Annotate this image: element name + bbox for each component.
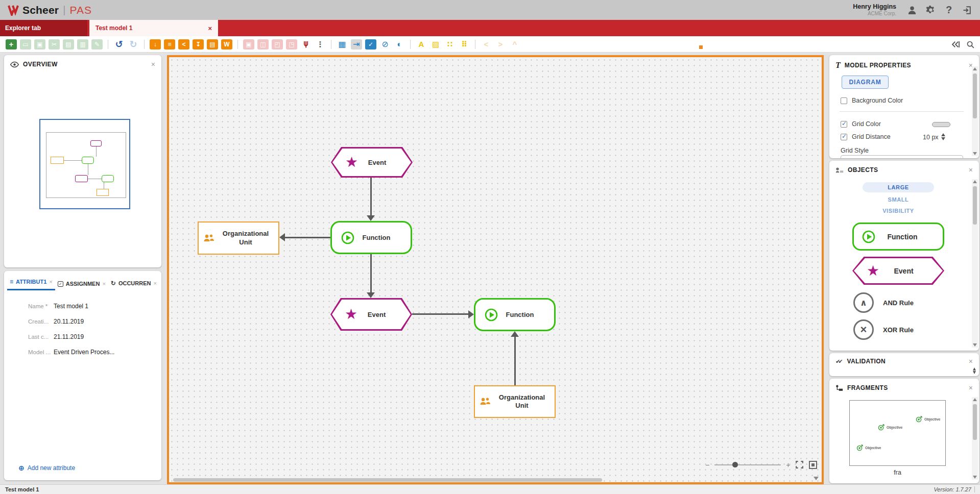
fragment-preview[interactable]: Objective Objective Objective <box>849 400 946 466</box>
edge[interactable] <box>285 237 330 238</box>
zoom-slider-handle[interactable] <box>732 462 738 467</box>
edge[interactable] <box>514 337 516 385</box>
grid-style-select[interactable] <box>841 155 963 158</box>
field-label-name: Name * <box>28 303 54 309</box>
minimap-viewport[interactable] <box>39 119 130 209</box>
grid-distance-stepper[interactable] <box>941 133 945 140</box>
background-color-checkbox[interactable] <box>841 97 847 104</box>
settings-gear-icon[interactable] <box>925 5 936 16</box>
event-star-icon: ★ <box>345 155 358 169</box>
nav-prev-icon[interactable]: < <box>481 39 492 50</box>
pin-icon[interactable]: ↧ <box>193 39 204 50</box>
user-profile-icon[interactable] <box>906 5 918 16</box>
edit-icon[interactable]: ✎ <box>91 39 103 50</box>
validation-close-icon[interactable]: × <box>969 358 973 365</box>
size-large-button[interactable]: LARGE <box>863 182 934 192</box>
cut-icon[interactable]: ✂ <box>49 39 60 50</box>
toggle-icon[interactable]: ◐ <box>394 39 405 50</box>
hide-icon[interactable]: ⊘ <box>379 39 391 50</box>
tab-explorer[interactable]: Explorer tab <box>0 20 87 36</box>
tab-assignments-close-icon[interactable]: × <box>102 281 105 287</box>
horizontal-scrollbar[interactable] <box>173 478 602 482</box>
ungroup-icon[interactable]: ◫ <box>257 39 269 50</box>
tab-assignments[interactable]: ✓ ASSIGNMEN × <box>55 278 108 290</box>
org-unit-node[interactable]: Organizational Unit <box>198 221 279 255</box>
group-icon[interactable]: ▣ <box>243 39 254 50</box>
new-diagram-icon[interactable]: + <box>6 39 17 50</box>
snap-to-grid-icon[interactable]: ⇥ <box>351 39 362 50</box>
visibility-button[interactable]: VISIBILITY <box>863 208 934 214</box>
undo-icon[interactable]: ↺ <box>113 39 125 50</box>
palette-and-rule[interactable]: ∧ AND Rule <box>853 292 914 313</box>
zoom-out-icon[interactable]: − <box>705 461 709 469</box>
validation-scroll-stepper[interactable] <box>973 367 976 374</box>
duplicate-icon[interactable]: ▣ <box>34 39 45 50</box>
overview-close-icon[interactable]: × <box>151 61 155 68</box>
event-node[interactable]: ★ Event <box>330 298 412 331</box>
paste-icon[interactable]: ▥ <box>77 39 88 50</box>
grid-view-icon[interactable]: ▦ <box>337 39 348 50</box>
more-options-icon[interactable]: ⋮ <box>315 39 326 50</box>
delete-icon[interactable]: ▭ <box>20 39 31 50</box>
tab-occurrences-close-icon[interactable]: × <box>153 280 156 286</box>
copy-icon[interactable]: ▤ <box>63 39 74 50</box>
function-node[interactable]: Function <box>474 298 556 331</box>
search-icon[interactable] <box>966 40 975 49</box>
nav-next-icon[interactable]: > <box>495 39 506 50</box>
function-node[interactable]: Function <box>330 221 412 254</box>
field-value-name[interactable]: Test model 1 <box>54 303 88 310</box>
fragments-scrollbar[interactable] <box>972 397 978 480</box>
report-icon[interactable]: ≡ <box>164 39 175 50</box>
share-icon[interactable]: < <box>178 39 189 50</box>
image-icon[interactable]: ▨ <box>430 39 441 50</box>
tab-close-icon[interactable]: × <box>208 24 212 32</box>
edge[interactable] <box>370 254 372 292</box>
palette-event[interactable]: ★ Event <box>852 257 944 285</box>
model-properties-scrollbar[interactable] <box>972 66 978 156</box>
help-icon[interactable]: ? <box>943 5 954 16</box>
fullscreen-icon[interactable] <box>795 460 804 469</box>
hierarchy-icon[interactable]: ⋔ <box>300 39 312 50</box>
grid-distance-value[interactable]: 10 px <box>923 134 939 141</box>
grid-color-swatch[interactable] <box>932 122 950 127</box>
palette-xor-rule[interactable]: × XOR Rule <box>853 319 914 340</box>
add-attribute-link[interactable]: ⊕ Add new attribute <box>18 464 75 472</box>
tab-attributes[interactable]: ≡ ATTRIBUT1 × <box>7 275 55 290</box>
dot-grid-large-icon[interactable]: ⠿ <box>459 39 470 50</box>
nav-up-icon[interactable]: ^ <box>509 39 520 50</box>
zoom-slider[interactable] <box>714 464 781 465</box>
collapse-panel-icon[interactable] <box>951 40 960 49</box>
grid-color-checkbox[interactable] <box>841 121 847 128</box>
download-icon[interactable]: ↓ <box>150 39 161 50</box>
word-export-icon[interactable]: W <box>221 39 232 50</box>
send-backward-icon[interactable]: ◳ <box>286 39 297 50</box>
diagram-canvas[interactable]: ★ Event Function Organizational Unit ★ E… <box>167 55 824 484</box>
objects-close-icon[interactable]: × <box>969 166 973 174</box>
scroll-down-arrow[interactable] <box>814 477 819 480</box>
logout-icon[interactable] <box>962 5 973 16</box>
tab-test-model-1[interactable]: Test model 1 × <box>89 20 218 36</box>
font-color-icon[interactable]: A <box>416 39 427 50</box>
size-small-button[interactable]: SMALL <box>863 196 934 203</box>
edge[interactable] <box>412 313 468 315</box>
fragments-close-icon[interactable]: × <box>969 384 973 391</box>
function-play-icon <box>485 308 498 322</box>
diagram-button[interactable]: DIAGRAM <box>842 76 889 89</box>
tab-occurrences[interactable]: ↻ OCCURREN × <box>108 277 159 290</box>
redo-icon[interactable]: ↻ <box>128 39 139 50</box>
palette-function[interactable]: Function <box>852 223 944 251</box>
org-unit-node[interactable]: Organizational Unit <box>474 385 556 418</box>
grid-distance-checkbox[interactable] <box>841 134 847 140</box>
dot-grid-icon[interactable]: ∷ <box>444 39 456 50</box>
checkbox-icon[interactable]: ✓ <box>365 39 376 50</box>
background-color-label: Background Color <box>852 97 903 104</box>
objective-label: Objective <box>865 446 881 450</box>
objects-scrollbar[interactable] <box>972 179 978 348</box>
bring-forward-icon[interactable]: ◰ <box>272 39 283 50</box>
event-node[interactable]: ★ Event <box>331 147 413 178</box>
tab-attributes-close-icon[interactable]: × <box>49 279 52 285</box>
zoom-in-icon[interactable]: + <box>786 461 790 469</box>
print-icon[interactable]: ▤ <box>207 39 218 50</box>
edge[interactable] <box>370 178 372 215</box>
fit-to-screen-icon[interactable] <box>809 461 817 469</box>
